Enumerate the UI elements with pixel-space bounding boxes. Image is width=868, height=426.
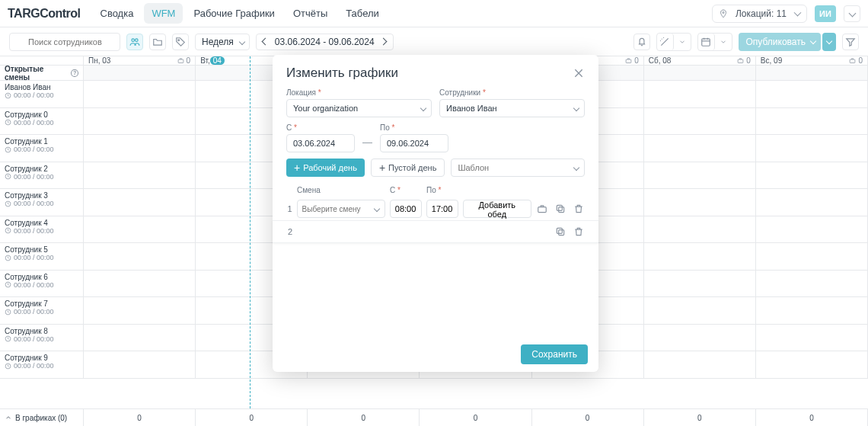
schedule-cell[interactable] — [756, 216, 868, 243]
locations-dropdown[interactable]: Локаций: 11 — [712, 5, 807, 23]
briefcase-row-icon[interactable] — [536, 203, 548, 215]
schedule-cell[interactable] — [756, 189, 868, 216]
toolbar: Неделя 03.06.2024 - 09.06.2024 Опубликов… — [0, 27, 868, 56]
notifications-button[interactable] — [633, 34, 650, 50]
schedule-cell[interactable] — [644, 189, 756, 216]
date-prev[interactable] — [260, 36, 272, 48]
employee-cell[interactable]: Сотрудник 0 00:00 / 00:00 — [0, 108, 84, 135]
employee-cell[interactable]: Сотрудник 3 00:00 / 00:00 — [0, 189, 84, 216]
wand-icon — [659, 37, 670, 47]
delete-row-button[interactable] — [573, 226, 585, 238]
employee-cell[interactable]: Иванов Иван 00:00 / 00:00 — [0, 81, 84, 107]
empty-day-button[interactable]: Пустой день — [371, 159, 445, 177]
schedule-cell[interactable] — [644, 351, 756, 378]
schedule-cell[interactable] — [84, 162, 196, 189]
employee-cell[interactable]: Сотрудник 5 00:00 / 00:00 — [0, 243, 84, 270]
shift-from-input[interactable] — [390, 200, 422, 218]
footer-toggle[interactable]: В графиках (0) — [0, 409, 84, 426]
schedule-cell[interactable] — [756, 135, 868, 162]
calendar-dropdown[interactable] — [715, 34, 732, 50]
schedule-cell[interactable] — [644, 297, 756, 324]
schedule-cell[interactable] — [756, 325, 868, 351]
template-select[interactable] — [451, 159, 585, 177]
search-input[interactable] — [9, 33, 120, 51]
shift-type-select[interactable] — [297, 200, 385, 218]
schedule-cell[interactable] — [84, 135, 196, 162]
publish-button[interactable]: Опубликовать — [739, 33, 821, 51]
filter-button[interactable] — [842, 34, 859, 50]
schedule-cell[interactable] — [644, 162, 756, 189]
schedule-cell[interactable] — [84, 297, 196, 324]
schedule-cell[interactable] — [756, 243, 868, 270]
period-selector[interactable]: Неделя — [195, 34, 250, 50]
people-view-button[interactable] — [126, 34, 143, 50]
nav-timesheets[interactable]: Табели — [338, 3, 387, 24]
date-next[interactable] — [378, 36, 390, 48]
schedule-cell[interactable] — [756, 351, 868, 378]
employee-cell[interactable]: Сотрудник 4 00:00 / 00:00 — [0, 216, 84, 243]
schedule-cell[interactable] — [84, 108, 196, 135]
copy-row-button[interactable] — [554, 226, 566, 238]
schedule-cell[interactable] — [756, 108, 868, 135]
nav-wfm[interactable]: WFM — [144, 3, 183, 24]
main-nav: Сводка WFM Рабочие Графики Отчёты Табели — [93, 3, 387, 24]
nav-summary[interactable]: Сводка — [93, 3, 142, 24]
schedule-cell[interactable] — [644, 135, 756, 162]
location-select[interactable] — [286, 99, 432, 117]
employee-cell[interactable]: Сотрудник 6 00:00 / 00:00 — [0, 271, 84, 297]
delete-row-button[interactable] — [573, 203, 585, 215]
employee-cell[interactable]: Сотрудник 7 00:00 / 00:00 — [0, 297, 84, 324]
schedule-cell[interactable] — [84, 243, 196, 270]
schedule-cell[interactable] — [644, 216, 756, 243]
day-header[interactable]: Пн, 030 — [84, 56, 196, 65]
user-menu-caret[interactable] — [844, 5, 860, 22]
footer-count: 0 — [644, 409, 756, 426]
folder-view-button[interactable] — [149, 34, 166, 50]
footer-count: 0 — [420, 409, 531, 426]
footer-count: 0 — [196, 409, 308, 426]
schedule-cell[interactable] — [84, 271, 196, 297]
magic-dropdown[interactable] — [674, 34, 691, 50]
schedule-cell[interactable] — [756, 162, 868, 189]
schedule-cell[interactable] — [84, 189, 196, 216]
schedule-cell[interactable] — [644, 325, 756, 351]
save-button[interactable]: Сохранить — [521, 344, 588, 364]
employee-cell[interactable]: Сотрудник 2 00:00 / 00:00 — [0, 162, 84, 189]
tag-button[interactable] — [172, 34, 189, 50]
employee-cell[interactable]: Сотрудник 1 00:00 / 00:00 — [0, 135, 84, 162]
footer-count: 0 — [84, 409, 196, 426]
ai-badge[interactable]: ИИ — [815, 5, 836, 22]
day-header[interactable]: Вс, 090 — [756, 56, 868, 65]
modal-close-button[interactable] — [573, 67, 585, 79]
schedule-cell[interactable] — [644, 108, 756, 135]
schedule-cell[interactable] — [84, 325, 196, 351]
add-lunch-button[interactable]: Добавить обед — [463, 200, 531, 218]
date-range-label[interactable]: 03.06.2024 - 09.06.2024 — [275, 37, 375, 47]
employee-cell[interactable]: Сотрудник 9 00:00 / 00:00 — [0, 351, 84, 378]
schedule-cell[interactable] — [644, 243, 756, 270]
schedule-cell[interactable] — [84, 351, 196, 378]
nav-schedules[interactable]: Рабочие Графики — [186, 3, 282, 24]
locations-label: Локаций: 11 — [736, 8, 787, 19]
employees-select[interactable] — [439, 99, 585, 117]
schedule-cell[interactable] — [756, 271, 868, 297]
schedule-cell[interactable] — [756, 81, 868, 107]
schedule-cell[interactable] — [84, 216, 196, 243]
day-header[interactable]: Сб, 080 — [644, 56, 756, 65]
shift-to-input[interactable] — [426, 200, 458, 218]
employee-cell[interactable]: Сотрудник 8 00:00 / 00:00 — [0, 325, 84, 351]
date-to-input[interactable] — [380, 134, 448, 152]
magic-button[interactable] — [657, 34, 674, 50]
employees-label: Сотрудники * — [439, 88, 585, 97]
publish-menu-caret[interactable] — [822, 33, 836, 51]
copy-row-button[interactable] — [554, 203, 566, 215]
schedule-cell[interactable] — [84, 81, 196, 107]
calendar-button[interactable] — [698, 34, 715, 50]
help-icon[interactable]: ? — [71, 69, 78, 77]
schedule-cell[interactable] — [644, 81, 756, 107]
schedule-cell[interactable] — [644, 271, 756, 297]
schedule-cell[interactable] — [756, 297, 868, 324]
work-day-button[interactable]: Рабочий день — [286, 159, 365, 177]
date-from-input[interactable] — [286, 134, 355, 152]
nav-reports[interactable]: Отчёты — [286, 3, 335, 24]
